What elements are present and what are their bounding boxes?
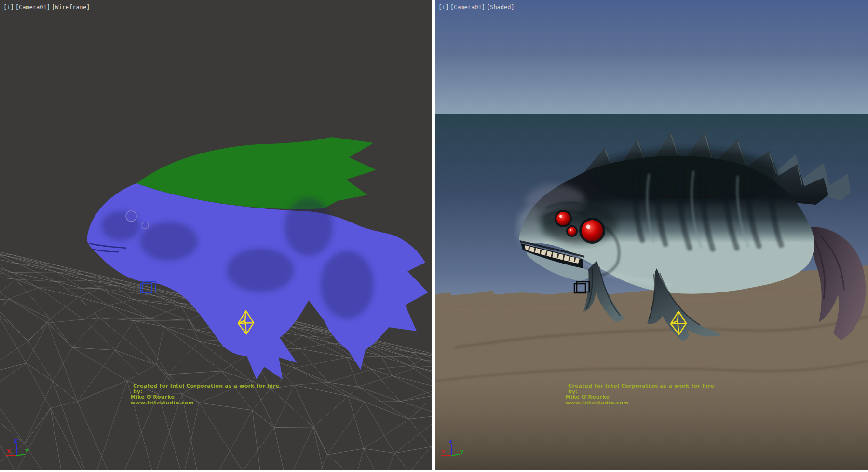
watermark-line3: www.fritzstudio.com [130,400,289,406]
fish-eye-socket-shade [542,202,617,244]
axis-x-label: x [442,448,445,455]
sand-ground [435,265,868,470]
watermark-line2: Mike O'Rourke [130,394,289,400]
axis-z-label: z [449,438,452,444]
viewport-label: [+][Camera01][Shaded] [438,4,516,11]
viewport-label: [+][Camera01][Wireframe] [3,4,91,11]
dual-viewport-screen: [+][Camera01][Wireframe] Created for Int… [0,0,868,472]
watermark-line2: Mike O'Rourke [565,394,724,400]
viewport-menu-camera[interactable]: [Camera01] [450,4,485,11]
watermark-text: Created for Intel Corporation as a work … [565,383,724,405]
viewport-shaded[interactable]: [+][Camera01][Shaded] Created for Intel … [435,0,868,470]
axis-z-label: Z [14,438,18,444]
axis-x-label: X [7,448,11,455]
viewport-menu-plus[interactable]: [+] [3,4,14,11]
viewport-menu-plus[interactable]: [+] [438,4,449,11]
watermark-line3: www.fritzstudio.com [565,400,724,406]
axis-y-label: y [460,448,463,455]
fish-eye-outline-small [142,222,149,229]
viewport-menu-shading[interactable]: [Wireframe] [52,4,90,11]
watermark-line1: Created for Intel Corporation as a work … [568,383,724,394]
watermark-text: Created for Intel Corporation as a work … [130,383,289,405]
fish-eye-outline [126,211,136,222]
viewport-menu-camera[interactable]: [Camera01] [15,4,50,11]
dummy-box-helper[interactable] [574,282,589,293]
dummy-box-helper[interactable] [140,282,155,293]
axis-y-label: Y [25,448,29,455]
viewport-menu-shading[interactable]: [Shaded] [487,4,515,11]
viewport-wireframe[interactable]: [+][Camera01][Wireframe] Created for Int… [0,0,432,470]
axis-tripod: X Y Z [3,437,34,461]
axis-tripod: x y z [438,437,469,461]
watermark-line1: Created for Intel Corporation as a work … [133,383,289,394]
